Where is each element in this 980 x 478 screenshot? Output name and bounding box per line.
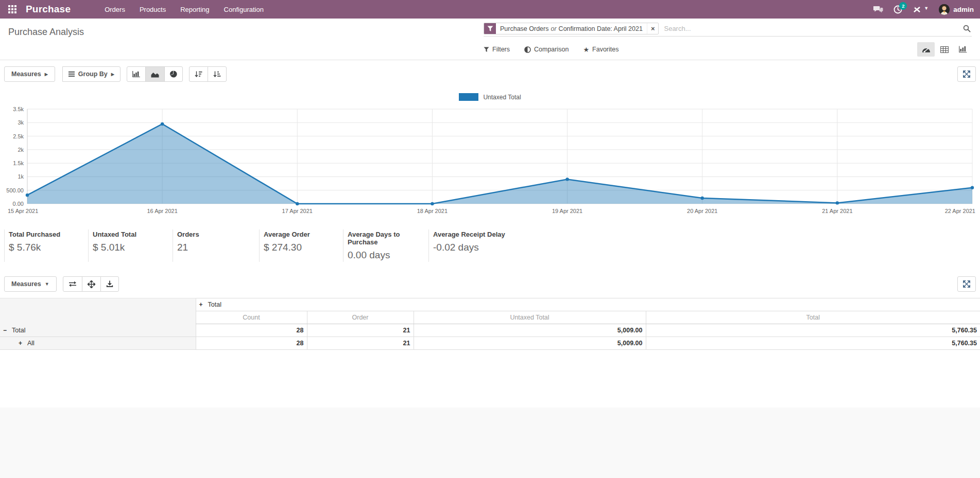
svg-text:17 Apr 2021: 17 Apr 2021 <box>282 208 313 214</box>
caret-right-icon: ▶ <box>111 72 114 77</box>
arrows-alt-icon <box>963 70 970 78</box>
cell-order: 21 <box>307 324 414 337</box>
purchase-chart: 0.00500.001k1.5k2k2.5k3k3.5k15 Apr 20211… <box>4 103 976 219</box>
pivot-fullscreen-button[interactable] <box>957 276 976 292</box>
user-name: admin <box>953 6 974 13</box>
svg-text:2.5k: 2.5k <box>13 133 24 139</box>
pivot-row-all: +All 28 21 5,009.00 5,760.35 <box>0 337 980 350</box>
caret-right-icon: ▶ <box>45 72 48 77</box>
pivot-row-total: −Total 28 21 5,009.00 5,760.35 <box>0 324 980 337</box>
graph-fullscreen-button[interactable] <box>957 66 976 82</box>
graph-groupby-button[interactable]: Group By▶ <box>62 66 121 82</box>
svg-text:20 Apr 2021: 20 Apr 2021 <box>687 208 717 214</box>
user-avatar <box>939 4 950 15</box>
col-header-order[interactable]: Order <box>307 311 414 324</box>
swap-arrows-icon <box>68 281 77 287</box>
chart-legend[interactable]: Untaxed Total <box>0 93 980 101</box>
col-header-untaxed-total[interactable]: Untaxed Total <box>414 311 646 324</box>
messages-icon[interactable] <box>873 5 883 13</box>
svg-text:15 Apr 2021: 15 Apr 2021 <box>8 208 38 214</box>
download-xlsx-button[interactable] <box>100 276 119 292</box>
odoo-purchase-dashboard: Purchase Orders Products Reporting Confi… <box>0 0 980 478</box>
pivot-toolbar: Measures▼ <box>0 265 980 298</box>
page-background <box>0 408 980 478</box>
arrows-cross-icon <box>88 280 95 288</box>
expand-row-toggle[interactable]: + <box>19 340 25 347</box>
pie-chart-icon <box>170 70 177 78</box>
svg-text:18 Apr 2021: 18 Apr 2021 <box>417 208 448 214</box>
control-panel: Purchase Analysis Purchase OrdersorConfi… <box>0 19 980 60</box>
bar-chart-icon <box>132 71 140 78</box>
row-header-all: +All <box>0 337 196 350</box>
chart-line-button[interactable] <box>145 66 165 82</box>
kpi-untaxed-total: Untaxed Total$ 5.01k <box>88 229 173 262</box>
kpi-row: Total Purchased$ 5.76k Untaxed Total$ 5.… <box>0 227 980 265</box>
menu-configuration[interactable]: Configuration <box>217 0 271 19</box>
activities-icon[interactable]: 2 <box>893 5 902 14</box>
svg-text:0.00: 0.00 <box>13 201 24 207</box>
pivot-corner-cell <box>0 298 196 311</box>
sort-amount-asc-icon <box>213 71 221 78</box>
kpi-average-days-to-purchase: Average Days to Purchase0.00 days <box>343 229 428 262</box>
menu-reporting[interactable]: Reporting <box>173 0 216 19</box>
sort-asc-button[interactable] <box>208 66 227 82</box>
legend-label: Untaxed Total <box>483 94 521 101</box>
app-brand[interactable]: Purchase <box>26 4 71 15</box>
content-bottom-spacer <box>0 350 980 408</box>
cell-count: 28 <box>196 337 307 350</box>
cell-total: 5,760.35 <box>646 337 980 350</box>
svg-text:500.00: 500.00 <box>6 187 24 193</box>
col-header-total[interactable]: Total <box>646 311 980 324</box>
svg-text:16 Apr 2021: 16 Apr 2021 <box>147 208 177 214</box>
cell-count: 28 <box>196 324 307 337</box>
chart-bar-button[interactable] <box>127 66 146 82</box>
comparison-button[interactable]: Comparison <box>524 46 569 53</box>
menu-orders[interactable]: Orders <box>97 0 132 19</box>
row-header-total: −Total <box>0 324 196 337</box>
svg-text:19 Apr 2021: 19 Apr 2021 <box>552 208 582 214</box>
view-pivot-button[interactable] <box>936 42 953 57</box>
collapse-row-toggle[interactable]: − <box>3 327 9 334</box>
filter-icon <box>484 47 489 52</box>
kpi-average-order: Average Order$ 274.30 <box>259 229 343 262</box>
dashboard-content: Measures▶ Group By▶ <box>0 60 980 408</box>
graph-measures-button[interactable]: Measures▶ <box>4 66 55 82</box>
search-input[interactable] <box>659 23 962 34</box>
user-menu[interactable]: admin <box>939 4 974 15</box>
page-title: Purchase Analysis <box>8 23 484 60</box>
pivot-measures-button[interactable]: Measures▼ <box>4 276 57 292</box>
menu-products[interactable]: Products <box>132 0 173 19</box>
expand-column-toggle[interactable]: + <box>199 301 205 308</box>
top-navbar: Purchase Orders Products Reporting Confi… <box>0 0 980 19</box>
kpi-total-purchased: Total Purchased$ 5.76k <box>4 229 88 262</box>
expand-all-button[interactable] <box>82 276 101 292</box>
star-icon: ★ <box>583 46 589 53</box>
filters-button[interactable]: Filters <box>484 46 510 53</box>
table-grid-icon <box>940 46 949 53</box>
search-icon[interactable] <box>962 24 972 33</box>
sort-amount-desc-icon <box>195 71 202 78</box>
cell-order: 21 <box>307 337 414 350</box>
flip-axis-button[interactable] <box>63 276 82 292</box>
kpi-average-receipt-delay: Average Receipt Delay-0.02 days <box>428 229 537 262</box>
col-header-count[interactable]: Count <box>196 311 307 324</box>
filter-funnel-icon <box>484 23 496 34</box>
pivot-measure-header-row: Count Order Untaxed Total Total <box>0 311 980 324</box>
view-dashboard-button[interactable] <box>917 42 935 57</box>
facet-label: Purchase OrdersorConfirmation Date: Apri… <box>496 23 647 34</box>
facet-remove-icon[interactable]: × <box>647 23 659 34</box>
svg-text:1k: 1k <box>18 173 24 180</box>
view-graph-button[interactable] <box>954 42 972 57</box>
apps-menu-icon[interactable] <box>6 3 19 15</box>
chart-pie-button[interactable] <box>164 66 183 82</box>
group-by-icon <box>68 72 75 77</box>
sort-desc-button[interactable] <box>189 66 208 82</box>
graph-toolbar: Measures▶ Group By▶ <box>0 60 980 82</box>
svg-text:22 Apr 2021: 22 Apr 2021 <box>945 208 975 214</box>
chart-area: 0.00500.001k1.5k2k2.5k3k3.5k15 Apr 20211… <box>0 103 980 219</box>
caret-down-icon: ▼ <box>45 281 49 287</box>
caret-down-icon: ▼ <box>924 6 929 13</box>
search-facet: Purchase OrdersorConfirmation Date: Apri… <box>484 23 659 34</box>
tools-icon[interactable]: ▼ <box>913 6 929 13</box>
favorites-button[interactable]: ★ Favorites <box>583 46 618 53</box>
